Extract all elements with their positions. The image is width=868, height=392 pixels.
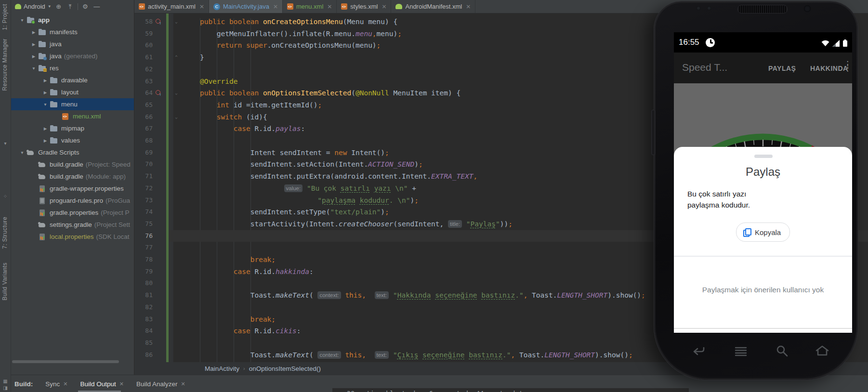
line-number: 58 (134, 16, 153, 28)
tree-arrow-icon[interactable]: ▶ (41, 138, 49, 143)
horizontal-scrollbar[interactable] (12, 360, 119, 363)
line-number: 65 (134, 99, 153, 111)
close-icon[interactable]: ✕ (119, 381, 124, 387)
tree-item-java[interactable]: ▶java(generated) (11, 50, 134, 62)
tree-arrow-icon[interactable]: ▶ (41, 78, 49, 83)
override-marker-icon[interactable] (156, 19, 160, 24)
tree-item-manifests[interactable]: ▶manifests (11, 26, 134, 38)
pin-icon[interactable]: ⁘ (2, 194, 8, 199)
tree-item-gradle-wrapper-properties[interactable]: gradle-wrapper.properties (11, 183, 134, 195)
tree-arrow-icon[interactable]: ▼ (41, 102, 49, 107)
close-tab-icon[interactable]: ✕ (199, 3, 204, 10)
project-view-selector[interactable]: Android ▼ (15, 3, 52, 10)
close-icon[interactable]: ✕ (63, 381, 67, 387)
menu-item-paylas[interactable]: PAYLAŞ (768, 65, 796, 72)
tool-window-stripe: 1: Project Resource Manager ▾ ⁘ 7: Struc… (0, 0, 11, 392)
menu-icon[interactable] (734, 344, 748, 358)
editor-tab-menu-xml[interactable]: menu.xml✕ (283, 0, 337, 13)
tree-item-label: res (50, 65, 59, 72)
build-tab-analyzer[interactable]: Build Analyzer✕ (136, 375, 185, 392)
tree-arrow-icon[interactable]: ▶ (41, 90, 49, 95)
phone-body: 16:55 Speed T... PAYLAŞ HAKKINDA ⋮⋮ (654, 1, 858, 380)
close-tab-icon[interactable]: ✕ (381, 3, 386, 10)
override-marker-icon[interactable] (156, 90, 160, 95)
editor-tab-androidmanifest-xml[interactable]: AndroidManifest.xml✕ (391, 0, 475, 13)
folder-res-icon (39, 65, 47, 72)
tool-button-build-variants[interactable]: Build Variants (1, 262, 8, 301)
locate-file-icon[interactable]: ⊕ (54, 3, 63, 10)
collapse-all-icon[interactable]: ⤒ (66, 3, 75, 11)
tree-item-mipmap[interactable]: ▶mipmap (11, 122, 134, 134)
menu-item-hakkinda[interactable]: HAKKINDA (810, 65, 848, 72)
copy-button[interactable]: Kopyala (736, 222, 790, 242)
tree-arrow-icon[interactable]: ▶ (41, 126, 49, 131)
editor-tab-activity-main-xml[interactable]: activity_main.xml✕ (134, 0, 209, 13)
close-tab-icon[interactable]: ✕ (273, 3, 278, 10)
editor-tab-styles-xml[interactable]: styles.xml✕ (337, 0, 391, 13)
tree-item-java[interactable]: ▶java (11, 38, 134, 50)
tree-item-gradle-scripts[interactable]: ▼Gradle Scripts (11, 146, 134, 158)
tool-button-project[interactable]: 1: Project (1, 4, 8, 30)
tree-item-menu[interactable]: ▼menu (11, 98, 134, 110)
tree-item-proguard-rules-pro[interactable]: proguard-rules.pro(ProGua (11, 195, 134, 207)
tool-button-structure[interactable]: 7: Structure (1, 217, 8, 249)
bookmark-icon[interactable]: ▾ (2, 141, 8, 146)
tree-item-settings-gradle[interactable]: settings.gradle(Project Sett (11, 219, 134, 231)
tree-arrow-icon[interactable]: ▼ (18, 150, 26, 155)
overflow-menu-icon[interactable]: ⋮⋮ (843, 63, 847, 70)
code-text: Intent sendIntent = new Intent(); (183, 147, 389, 159)
tree-item-label: menu.xml (73, 113, 101, 120)
share-bottom-sheet: Paylaş Bu çok satırlı yazı paylaşma kodu… (674, 147, 852, 333)
tree-item-menu-xml[interactable]: menu.xml (11, 110, 134, 122)
breadcrumb-class[interactable]: MainActivity (205, 365, 239, 372)
folder-icon (39, 29, 47, 36)
tree-arrow-icon[interactable]: ▶ (30, 54, 38, 59)
tree-item-build-gradle[interactable]: build.gradle(Module: app) (11, 170, 134, 183)
class-file-icon: C (213, 3, 220, 10)
line-number: 64 (134, 87, 153, 99)
tree-item-app[interactable]: ▼app (11, 14, 134, 26)
tree-item-values[interactable]: ▶values (11, 134, 134, 146)
line-number: 62 (134, 64, 153, 76)
tree-item-layout[interactable]: ▶layout (11, 86, 134, 98)
home-icon[interactable] (815, 344, 829, 358)
tab-label: AndroidManifest.xml (405, 3, 462, 10)
back-icon[interactable] (692, 344, 706, 358)
volume-button[interactable] (651, 110, 655, 155)
stripe-bottom-icon[interactable]: ▦ (2, 379, 8, 384)
props-icon (39, 209, 47, 216)
breadcrumb-method[interactable]: onOptionsItemSelected() (249, 365, 321, 372)
gradle-icon (39, 222, 47, 228)
search-icon[interactable] (775, 344, 789, 358)
tree-arrow-icon[interactable]: ▶ (30, 30, 38, 35)
code-text: break; (183, 314, 276, 326)
close-tab-icon[interactable]: ✕ (327, 3, 332, 10)
tree-item-gradle-properties[interactable]: gradle.properties(Project P (11, 207, 134, 219)
tool-button-resource-manager[interactable]: Resource Manager (1, 39, 8, 91)
close-tab-icon[interactable]: ✕ (466, 3, 471, 10)
tree-item-build-gradle[interactable]: build.gradle(Project: Speed (11, 158, 134, 170)
tree-arrow-icon[interactable]: ▼ (30, 66, 38, 71)
tree-item-res[interactable]: ▼res (11, 62, 134, 74)
copy-icon (743, 228, 750, 236)
fold-marker-icon[interactable]: ⌃ (175, 52, 178, 64)
sensor-icon (804, 5, 811, 12)
settings-gear-icon[interactable]: ⚙ (81, 3, 90, 10)
build-tab-sync[interactable]: Sync✕ (45, 375, 67, 392)
fold-marker-icon[interactable]: ⌄ (175, 87, 178, 99)
editor-tab-mainactivity-java[interactable]: CMainActivity.java✕ (209, 0, 283, 13)
fold-marker-icon[interactable]: ⌄ (175, 111, 178, 123)
close-icon[interactable]: ✕ (181, 381, 185, 387)
build-tab-output[interactable]: Build Output✕ (80, 375, 124, 392)
folder-icon (50, 77, 58, 84)
tree-arrow-icon[interactable]: ▶ (30, 42, 38, 47)
gradle-icon (39, 161, 47, 168)
fold-marker-icon[interactable]: ⌄ (175, 16, 178, 28)
tree-item-drawable[interactable]: ▶drawable (11, 74, 134, 86)
tree-arrow-icon[interactable]: ▼ (18, 18, 26, 23)
code-text: sendIntent.setType("text/plain"); (183, 206, 389, 218)
stripe-bottom-icon2[interactable]: ◨ (2, 385, 8, 391)
hide-panel-icon[interactable]: — (92, 3, 101, 10)
drag-handle[interactable] (754, 155, 773, 158)
tree-item-local-properties[interactable]: local.properties(SDK Locat (11, 231, 134, 243)
